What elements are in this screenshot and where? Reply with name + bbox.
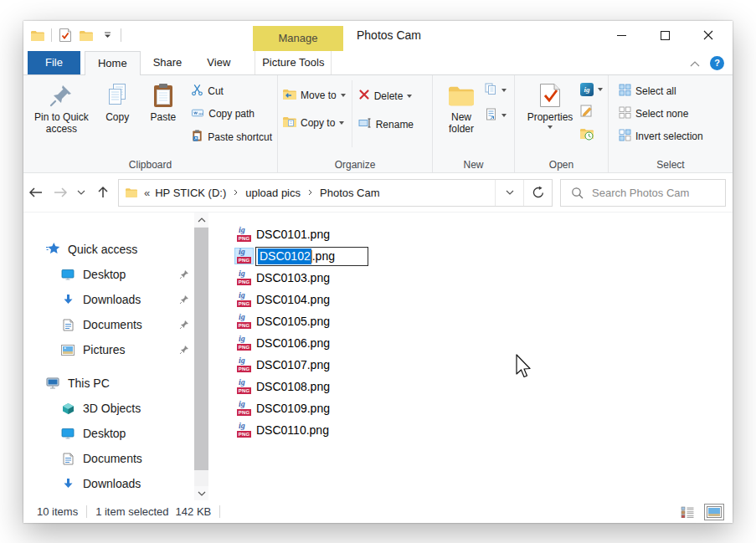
file-item[interactable]: igPNG DSC0108.png [208,377,733,396]
png-file-icon: igPNG [237,271,251,285]
breadcrumb-separator-icon[interactable] [228,189,244,196]
close-button[interactable] [696,25,721,45]
breadcrumb-folder[interactable]: upload pics [244,187,302,199]
sidebar-label: Pictures [83,343,126,356]
select-none-button[interactable]: Select none [619,106,703,121]
scroll-down-icon[interactable] [194,486,208,500]
new-folder-button[interactable]: New folder [438,79,485,137]
file-item[interactable]: igPNG DSC0104.png [208,290,733,309]
sidebar-item-desktop[interactable]: Desktop [23,262,194,287]
sidebar-scrollbar[interactable] [194,213,208,500]
qat-folder-icon[interactable] [30,28,45,43]
up-button[interactable] [90,180,115,205]
sidebar-item-downloads[interactable]: Downloads [23,287,194,312]
file-icon-png-banner: PNG [237,409,251,416]
breadcrumb-separator-icon[interactable] [302,189,318,196]
help-button[interactable]: ? [710,56,724,70]
tab-view[interactable]: View [194,51,243,74]
items-count: 10 items [37,505,78,518]
new-item-button[interactable] [485,83,507,98]
tab-picture-tools[interactable]: Picture Tools [255,51,332,74]
file-item[interactable]: igPNG DSC0105.png [208,312,733,330]
cut-button[interactable]: Cut [191,84,272,99]
window-title: Photos Cam [357,28,421,42]
sidebar-item-3d-objects[interactable]: 3D Objects [23,396,194,421]
new-group-label: New [433,159,514,171]
refresh-button[interactable] [523,180,552,206]
back-button[interactable] [23,180,48,205]
scrollbar-thumb[interactable] [194,228,208,470]
pinned-icon[interactable] [179,269,189,279]
tab-home[interactable]: Home [85,51,141,75]
irfanview-app-icon: ig [580,83,594,96]
quick-access-star-icon [45,243,60,256]
search-input[interactable] [590,186,725,200]
this-pc-icon [45,377,60,389]
file-item[interactable]: igPNG DSC0109.png [208,399,733,417]
move-to-button[interactable]: Move to [283,89,346,102]
file-item-renaming[interactable]: igPNG DSC0102 .png [208,247,733,265]
file-item[interactable]: igPNG DSC0106.png [208,334,733,352]
file-item[interactable]: igPNG DSC0103.png [208,269,733,287]
qat-properties-icon[interactable] [58,28,73,43]
file-item[interactable]: igPNG DSC0107.png [208,356,733,374]
breadcrumb-bar[interactable]: « HP STICK (D:) upload pics Photos Cam [118,179,553,207]
picture-tools-contextual-header[interactable]: Manage [253,26,343,51]
details-view-button[interactable] [681,506,695,518]
breadcrumb-drive[interactable]: HP STICK (D:) [153,187,228,199]
invert-selection-icon [619,129,631,144]
tab-share[interactable]: Share [141,51,195,74]
properties-button[interactable]: Properties [520,79,580,131]
ribbon-group-open: Properties ig Open [515,75,609,172]
scroll-up-icon[interactable] [194,213,208,227]
delete-button[interactable]: Delete [358,89,414,103]
rename-button[interactable]: Rename [358,117,414,131]
breadcrumb-overflow-chevrons[interactable]: « [142,187,153,199]
qat-new-folder-icon[interactable] [79,28,94,43]
breadcrumb-current-folder[interactable]: Photos Cam [318,187,382,199]
file-item[interactable]: igPNG DSC0110.png [208,421,733,439]
invert-selection-button[interactable]: Invert selection [619,129,703,144]
qat-customize-dropdown-icon[interactable] [100,28,115,43]
maximize-button[interactable] [652,25,677,45]
copy-path-button[interactable]: Copy path [191,106,272,121]
tab-file[interactable]: File [28,51,80,74]
history-button[interactable] [580,128,603,143]
easy-access-button[interactable] [485,108,507,123]
easy-access-icon [485,108,497,123]
sidebar-item-desktop-pc[interactable]: Desktop [23,421,194,446]
search-box[interactable] [560,179,726,207]
sidebar-item-quick-access[interactable]: Quick access [23,237,194,262]
sidebar-item-downloads-pc[interactable]: Downloads [23,471,194,496]
move-to-icon [283,89,296,102]
select-all-label: Select all [635,85,676,97]
recent-locations-dropdown-icon[interactable] [72,180,90,205]
file-icon-png-banner: PNG [237,366,251,372]
sidebar-item-documents[interactable]: Documents [23,312,194,337]
pinned-icon[interactable] [179,295,189,305]
paste-button[interactable]: Paste [141,79,187,126]
open-with-button[interactable]: ig [580,83,603,96]
select-all-button[interactable]: Select all [619,84,703,99]
rename-input[interactable]: DSC0102 .png [255,247,368,266]
file-icon-ig-text: ig [239,269,245,278]
copy-to-button[interactable]: Copy to [283,116,346,130]
address-dropdown-icon[interactable] [495,180,523,206]
sidebar-item-documents-pc[interactable]: Documents [23,446,194,471]
documents-icon [60,453,75,465]
copy-to-label: Copy to [301,117,335,129]
pinned-icon[interactable] [179,345,189,355]
sidebar-item-this-pc[interactable]: This PC [23,371,194,396]
collapse-ribbon-icon[interactable] [690,55,700,70]
pin-to-quick-access-button[interactable]: Pin to Quick access [28,79,95,137]
thumbnail-view-button[interactable] [704,504,724,520]
png-file-icon: igPNG [237,336,251,351]
minimize-button[interactable] [609,25,634,45]
forward-button[interactable] [48,180,72,205]
file-item[interactable]: igPNG DSC0101.png [208,225,733,243]
pinned-icon[interactable] [179,320,189,330]
copy-button[interactable]: Copy [95,79,141,126]
paste-shortcut-button[interactable]: Paste shortcut [191,129,272,145]
sidebar-item-pictures[interactable]: Pictures [23,337,194,362]
edit-button[interactable] [580,105,603,120]
